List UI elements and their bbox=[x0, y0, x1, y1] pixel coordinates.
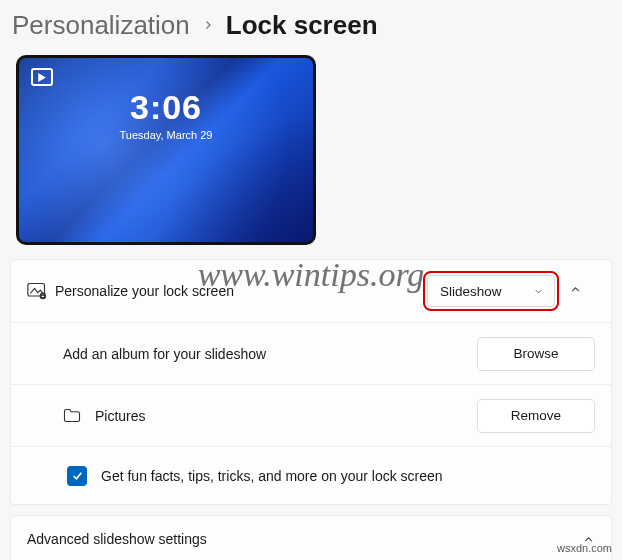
breadcrumb-parent[interactable]: Personalization bbox=[12, 10, 190, 41]
slideshow-play-icon bbox=[31, 68, 53, 86]
chevron-down-icon bbox=[533, 286, 544, 297]
preview-date: Tuesday, March 29 bbox=[19, 129, 313, 141]
breadcrumb: Personalization Lock screen bbox=[6, 0, 616, 47]
fun-facts-checkbox[interactable] bbox=[67, 466, 87, 486]
personalize-select-value: Slideshow bbox=[440, 284, 502, 299]
personalize-card: Personalize your lock screen Slideshow A… bbox=[10, 259, 612, 505]
chevron-up-icon bbox=[582, 533, 595, 546]
folder-icon bbox=[63, 408, 95, 423]
add-album-label: Add an album for your slideshow bbox=[63, 346, 477, 362]
chevron-right-icon bbox=[202, 17, 214, 35]
collapse-button[interactable] bbox=[555, 282, 595, 300]
pictures-folder-row: Pictures Remove bbox=[11, 384, 611, 446]
personalize-row[interactable]: Personalize your lock screen Slideshow bbox=[11, 260, 611, 322]
add-album-row: Add an album for your slideshow Browse bbox=[11, 322, 611, 384]
advanced-settings-row[interactable]: Advanced slideshow settings bbox=[10, 515, 612, 560]
preview-time: 3:06 bbox=[19, 88, 313, 127]
remove-button[interactable]: Remove bbox=[477, 399, 595, 433]
fun-facts-row[interactable]: Get fun facts, tips, tricks, and more on… bbox=[11, 446, 611, 504]
browse-button[interactable]: Browse bbox=[477, 337, 595, 371]
page-title: Lock screen bbox=[226, 10, 378, 41]
svg-marker-0 bbox=[38, 73, 46, 82]
personalize-label: Personalize your lock screen bbox=[55, 283, 427, 299]
picture-lock-icon bbox=[27, 282, 55, 300]
advanced-settings-label: Advanced slideshow settings bbox=[27, 531, 582, 547]
pictures-folder-label: Pictures bbox=[95, 408, 477, 424]
checkmark-icon bbox=[71, 469, 84, 482]
lock-screen-preview[interactable]: 3:06 Tuesday, March 29 bbox=[16, 55, 316, 245]
chevron-up-icon bbox=[569, 283, 582, 296]
personalize-select[interactable]: Slideshow bbox=[427, 275, 555, 307]
fun-facts-label: Get fun facts, tips, tricks, and more on… bbox=[101, 468, 595, 484]
